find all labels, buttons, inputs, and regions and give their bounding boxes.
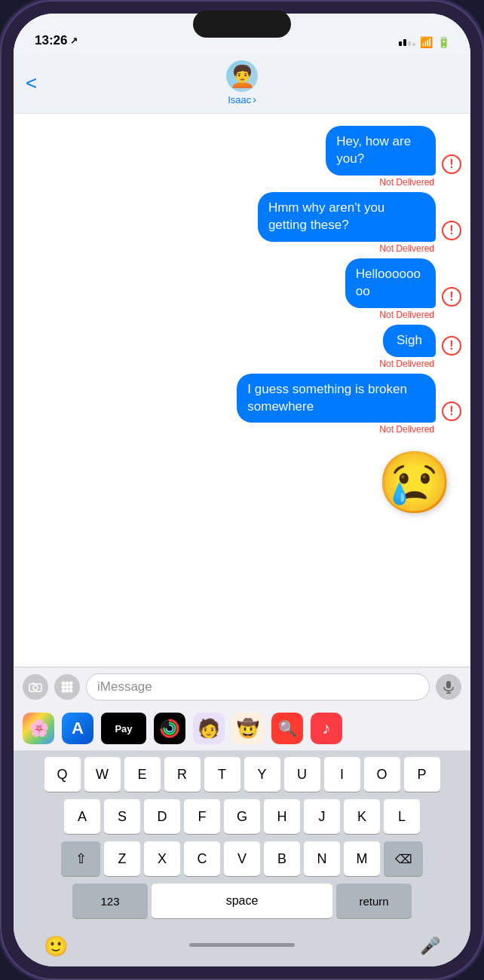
- contact-name-text: Isaac: [228, 94, 251, 105]
- not-delivered-label: Not Delivered: [379, 424, 434, 435]
- key-z[interactable]: Z: [104, 841, 140, 876]
- key-g[interactable]: G: [224, 799, 260, 834]
- memoji-sticker: 😢: [23, 445, 461, 521]
- app-store-icon[interactable]: A: [62, 713, 93, 744]
- error-icon[interactable]: !: [442, 336, 461, 356]
- key-n[interactable]: N: [304, 841, 340, 876]
- svg-rect-12: [446, 681, 451, 688]
- phone-screen: 13:26 ↗ 📶 🔋 < 🧑: [14, 14, 470, 966]
- error-icon[interactable]: !: [442, 401, 461, 421]
- key-y[interactable]: Y: [244, 757, 280, 792]
- activity-icon[interactable]: [154, 713, 185, 744]
- message-row: ! Hey, how are you? Not Delivered: [23, 126, 461, 188]
- keyboard-row-3: ⇧ Z X C V B N M ⌫: [17, 841, 467, 876]
- emoji-button[interactable]: 🙂: [44, 935, 68, 958]
- key-f[interactable]: F: [184, 799, 220, 834]
- not-delivered-label: Not Delivered: [379, 359, 434, 369]
- location-icon: ↗: [70, 35, 78, 46]
- key-x[interactable]: X: [144, 841, 180, 876]
- bubble-row: ! I guess something is broken somewhere: [185, 374, 461, 423]
- key-b[interactable]: B: [264, 841, 300, 876]
- svg-point-4: [66, 682, 69, 685]
- svg-point-10: [66, 689, 69, 693]
- keyboard-row-2: A S D F G H J K L: [17, 799, 467, 834]
- key-s[interactable]: S: [104, 799, 140, 834]
- messages-area: ! Hey, how are you? Not Delivered ! Hmm …: [14, 114, 470, 667]
- dynamic-island: [193, 11, 291, 38]
- key-i[interactable]: I: [324, 757, 360, 792]
- numbers-key[interactable]: 123: [72, 884, 148, 918]
- key-e[interactable]: E: [124, 757, 161, 792]
- svg-point-7: [66, 685, 69, 689]
- not-delivered-label: Not Delivered: [379, 310, 434, 320]
- audio-button[interactable]: [436, 674, 461, 700]
- key-r[interactable]: R: [164, 757, 201, 792]
- message-row: ! Sigh Not Delivered: [23, 325, 461, 369]
- key-c[interactable]: C: [184, 841, 220, 876]
- key-m[interactable]: M: [344, 841, 380, 876]
- message-row: ! I guess something is broken somewhere …: [23, 374, 461, 435]
- status-icons: 📶 🔋: [399, 36, 449, 48]
- svg-point-5: [69, 682, 73, 685]
- stickers-icon[interactable]: 🤠: [232, 713, 264, 744]
- back-button[interactable]: <: [26, 72, 37, 95]
- svg-point-3: [62, 682, 66, 685]
- delete-key[interactable]: ⌫: [384, 841, 423, 876]
- contact-info[interactable]: 🧑‍🦱 Isaac ›: [226, 60, 258, 105]
- bubble-row: ! Hey, how are you?: [309, 126, 461, 176]
- shift-key[interactable]: ⇧: [61, 841, 100, 876]
- web-search-icon[interactable]: 🔍: [271, 713, 303, 744]
- key-t[interactable]: T: [204, 757, 240, 792]
- microphone-button[interactable]: 🎤: [420, 936, 440, 956]
- key-l[interactable]: L: [384, 799, 420, 834]
- key-o[interactable]: O: [364, 757, 400, 792]
- not-delivered-label: Not Delivered: [379, 177, 434, 188]
- bubble-row: ! Helloooooooo: [335, 258, 461, 308]
- key-q[interactable]: Q: [44, 757, 81, 792]
- music-icon[interactable]: ♪: [311, 713, 342, 744]
- key-u[interactable]: U: [284, 757, 320, 792]
- return-key[interactable]: return: [336, 884, 412, 918]
- key-a[interactable]: A: [64, 799, 100, 834]
- message-row: ! Hmm why aren't you getting these? Not …: [23, 192, 461, 254]
- photos-app-icon[interactable]: 🌸: [23, 713, 54, 744]
- key-w[interactable]: W: [84, 757, 121, 792]
- apple-pay-icon[interactable]: Pay: [101, 713, 146, 744]
- error-icon[interactable]: !: [442, 221, 461, 240]
- svg-rect-2: [32, 682, 35, 684]
- message-bubble: Hmm why aren't you getting these?: [258, 192, 436, 242]
- memoji-icon[interactable]: 🧑: [193, 713, 225, 744]
- wifi-icon: 📶: [420, 36, 433, 48]
- svg-point-11: [69, 689, 73, 693]
- input-area: iMessage: [14, 667, 470, 707]
- key-k[interactable]: K: [344, 799, 380, 834]
- error-icon[interactable]: !: [442, 287, 461, 307]
- key-d[interactable]: D: [144, 799, 180, 834]
- not-delivered-label: Not Delivered: [379, 243, 434, 254]
- phone-frame: 13:26 ↗ 📶 🔋 < 🧑: [0, 0, 484, 980]
- keyboard: Q W E R T Y U I O P A S D F G H J K: [14, 751, 470, 929]
- bubble-row: ! Sigh: [383, 325, 461, 357]
- key-p[interactable]: P: [404, 757, 440, 792]
- svg-point-6: [62, 685, 66, 689]
- error-icon[interactable]: !: [442, 154, 461, 174]
- message-bubble: Hey, how are you?: [326, 126, 436, 176]
- message-input[interactable]: iMessage: [86, 673, 430, 701]
- message-bubble: Helloooooooo: [345, 258, 436, 308]
- bubble-row: ! Hmm why aren't you getting these?: [214, 192, 461, 242]
- status-time: 13:26 ↗: [35, 33, 78, 48]
- message-row: ! Helloooooooo Not Delivered: [23, 258, 461, 320]
- svg-point-9: [62, 689, 66, 693]
- battery-icon: 🔋: [437, 36, 449, 48]
- space-key[interactable]: space: [152, 884, 332, 918]
- key-v[interactable]: V: [224, 841, 260, 876]
- bottom-bar: 🙂 🎤: [14, 929, 470, 966]
- memoji-image: 😢: [377, 445, 452, 521]
- key-j[interactable]: J: [304, 799, 340, 834]
- signal-icon: [399, 39, 415, 46]
- camera-button[interactable]: [23, 674, 48, 700]
- time-display: 13:26: [35, 33, 67, 48]
- key-h[interactable]: H: [264, 799, 300, 834]
- apps-button[interactable]: [54, 674, 80, 700]
- contact-avatar: 🧑‍🦱: [226, 60, 258, 92]
